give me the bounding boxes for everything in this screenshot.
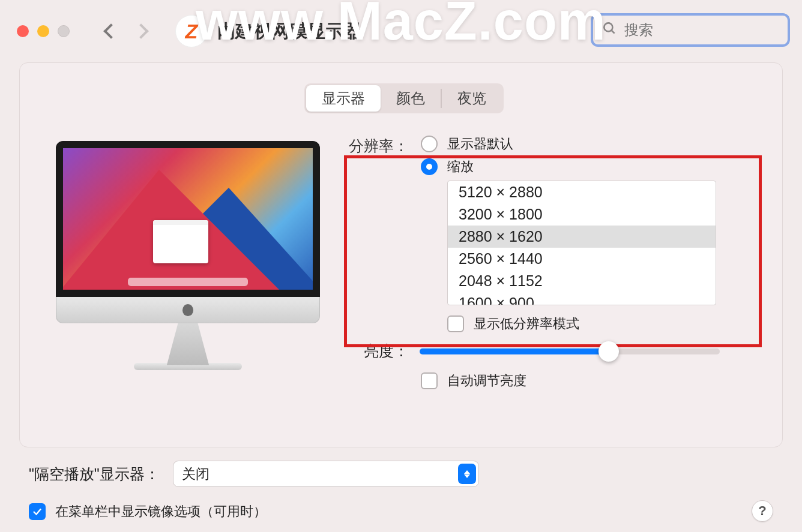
search-box[interactable]: [591, 13, 790, 47]
title-wrap: Z 内建视网膜显示器: [175, 15, 361, 47]
close-button[interactable]: [17, 25, 29, 37]
dropdown-arrows-icon: [458, 464, 476, 484]
segmented-tabs: 显示器 颜色 夜览: [50, 83, 758, 113]
resolution-option[interactable]: 1600 × 900: [448, 292, 716, 305]
back-button[interactable]: [103, 23, 118, 38]
resolution-list[interactable]: 5120 × 2880 3200 × 1800 2880 × 1620 2560…: [447, 181, 716, 305]
monitor-preview: [50, 135, 326, 390]
tab-night-shift[interactable]: 夜览: [442, 85, 502, 112]
nav-arrows: [106, 26, 146, 37]
auto-brightness-label: 自动调节亮度: [447, 372, 526, 390]
radio-default-label: 显示器默认: [447, 135, 513, 153]
svg-line-1: [611, 30, 614, 33]
resolution-option[interactable]: 2880 × 1620: [448, 226, 716, 248]
resolution-option[interactable]: 3200 × 1800: [448, 203, 716, 226]
window-title: 内建视网膜显示器: [217, 19, 361, 44]
airplay-dropdown[interactable]: 关闭: [173, 461, 479, 487]
tab-color[interactable]: 颜色: [381, 85, 441, 112]
auto-brightness-checkbox[interactable]: [421, 372, 438, 389]
radio-scaled-resolution[interactable]: [421, 158, 438, 175]
forward-button[interactable]: [133, 23, 148, 38]
brightness-slider[interactable]: [420, 348, 720, 354]
resolution-label: 分辨率：: [344, 135, 409, 156]
low-res-checkbox[interactable]: [447, 315, 464, 332]
radio-default-resolution[interactable]: [421, 136, 438, 152]
low-res-label: 显示低分辨率模式: [474, 315, 579, 333]
resolution-option[interactable]: 5120 × 2880: [448, 181, 716, 203]
svg-point-0: [604, 23, 612, 31]
minimize-button[interactable]: [37, 25, 49, 37]
preferences-window: Z 内建视网膜显示器 www.MacZ.com 显示器 颜色 夜览: [0, 0, 802, 532]
help-button[interactable]: ?: [752, 500, 773, 522]
resolution-option[interactable]: 2048 × 1152: [448, 270, 716, 292]
settings-panel: 显示器 颜色 夜览: [19, 62, 783, 447]
traffic-lights: [17, 25, 70, 37]
tab-display[interactable]: 显示器: [306, 85, 381, 112]
app-icon: Z: [175, 15, 208, 47]
titlebar: Z 内建视网膜显示器: [0, 0, 802, 62]
mirror-menu-label: 在菜单栏中显示镜像选项（可用时）: [55, 503, 267, 521]
slider-thumb[interactable]: [598, 341, 619, 362]
bottom-area: "隔空播放"显示器： 关闭 在菜单栏中显示镜像选项（可用时） ?: [0, 447, 802, 521]
apple-logo-icon: [182, 304, 193, 316]
brightness-label: 亮度：: [344, 341, 409, 361]
settings-column: 分辨率： 显示器默认 缩放 5120 × 2880 3200 × 1800: [344, 135, 758, 390]
airplay-value: 关闭: [182, 465, 210, 483]
zoom-button[interactable]: [58, 25, 70, 37]
radio-scaled-label: 缩放: [447, 158, 474, 176]
search-input[interactable]: [624, 22, 802, 38]
mirror-menu-checkbox[interactable]: [29, 503, 46, 520]
resolution-option[interactable]: 2560 × 1440: [448, 248, 716, 270]
airplay-label: "隔空播放"显示器：: [29, 464, 160, 484]
search-icon: [602, 20, 617, 40]
